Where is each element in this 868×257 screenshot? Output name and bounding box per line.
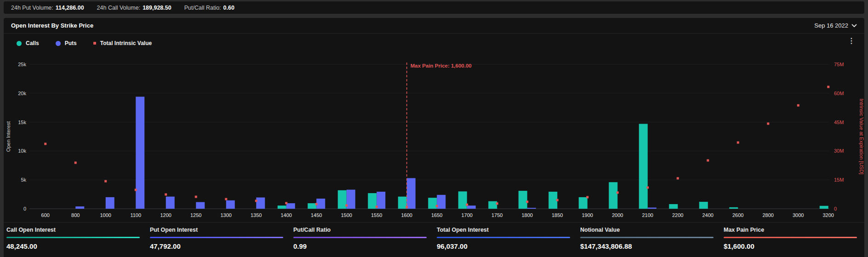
x-axis-tick: 1850 — [552, 212, 563, 218]
stat-label: Max Pain Price — [724, 227, 857, 233]
stat-underline — [293, 237, 427, 238]
x-axis-tick: 1700 — [462, 212, 473, 218]
stat-value: $147,343,806.88 — [580, 242, 714, 250]
legend-label: Puts — [65, 40, 77, 46]
left-axis-tick: 10k — [18, 148, 26, 154]
volume-stat-value: 0.60 — [223, 5, 234, 11]
stat-label: Total Open Interest — [437, 227, 570, 233]
right-axis-tick: 45M — [834, 120, 844, 125]
x-axis-tick: 1600 — [401, 212, 412, 218]
volume-stat-value: 114,286.00 — [56, 5, 84, 11]
x-axis-tick: 2600 — [732, 212, 743, 218]
volume-stat-24h-call-volume-: 24h Call Volume:189,928.50 — [97, 5, 171, 11]
left-axis-tick: 25k — [18, 62, 26, 67]
x-axis-tick: 1250 — [190, 212, 201, 218]
stat-notional-value: Notional Value$147,343,806.88 — [577, 223, 721, 250]
x-axis-tick: 800 — [71, 212, 80, 218]
x-axis-tick: 1400 — [281, 212, 292, 218]
oi-chart-svg: 05k10k15k20k25k015M30M45M60M75MOpen Inte… — [4, 48, 864, 222]
x-axis-tick: 1750 — [491, 212, 503, 218]
stat-value: 96,037.00 — [437, 242, 570, 250]
stat-label: Call Open Interest — [6, 227, 140, 233]
x-axis-tick: 1500 — [341, 212, 352, 218]
x-axis-tick: 1650 — [431, 212, 442, 218]
expiry-date-selector[interactable]: Sep 16 2022 — [814, 22, 857, 29]
volume-stat-label: 24h Call Volume: — [97, 5, 141, 11]
left-axis-tick: 20k — [18, 91, 26, 96]
right-axis-tick: 60M — [834, 91, 844, 96]
right-axis-tick: 30M — [834, 148, 844, 154]
right-axis-tick: 75M — [834, 62, 844, 67]
x-axis-tick: 600 — [41, 212, 50, 218]
stat-value: $1,600.00 — [724, 242, 857, 250]
left-axis-tick: 5k — [21, 177, 26, 183]
stats-row: Call Open Interest48,245.00Put Open Inte… — [4, 222, 864, 250]
stat-value: 0.99 — [293, 242, 427, 250]
right-axis-tick: 15M — [834, 177, 844, 183]
volume-stat-label: Put/Call Ratio: — [184, 5, 221, 11]
x-axis-tick: 1000 — [100, 212, 111, 218]
x-axis-tick: 1800 — [522, 212, 533, 218]
x-axis-tick: 1100 — [130, 212, 141, 218]
x-axis-tick: 1300 — [221, 212, 232, 218]
x-axis-tick: 1450 — [311, 212, 322, 218]
expiry-date-label: Sep 16 2022 — [814, 22, 848, 29]
stat-total-open-interest: Total Open Interest96,037.00 — [434, 223, 577, 250]
stat-underline — [437, 237, 570, 238]
stat-label: Notional Value — [580, 227, 714, 233]
stat-value: 48,245.00 — [6, 242, 140, 250]
oi-chart: 05k10k15k20k25k015M30M45M60M75MOpen Inte… — [4, 48, 864, 222]
left-axis-tick: 15k — [18, 120, 26, 125]
x-axis-tick: 3200 — [823, 212, 834, 218]
stat-label: Put/Call Ratio — [293, 227, 427, 233]
total-intrinsic-value-legend-marker-icon — [93, 42, 96, 45]
stat-put-open-interest: Put Open Interest47,792.00 — [147, 223, 291, 250]
left-axis-tick: 0 — [23, 206, 26, 211]
legend-item-calls[interactable]: Calls — [17, 40, 39, 46]
chevron-down-icon — [851, 24, 857, 28]
stat-underline — [6, 237, 140, 238]
x-axis-tick: 2200 — [672, 212, 683, 218]
x-axis-tick: 3000 — [793, 212, 804, 218]
stat-label: Put Open Interest — [150, 227, 283, 233]
stat-call-open-interest: Call Open Interest48,245.00 — [4, 223, 147, 250]
chart-plot-area[interactable] — [30, 64, 829, 209]
volume-stat-put-call-ratio-: Put/Call Ratio:0.60 — [184, 5, 234, 11]
volume-summary-bar: 24h Put Volume:114,286.0024h Call Volume… — [4, 1, 864, 14]
stat-underline — [724, 237, 857, 238]
x-axis-tick: 1550 — [371, 212, 382, 218]
volume-stat-value: 189,928.50 — [143, 5, 171, 11]
panel-header: Open Interest By Strike Price Sep 16 202… — [4, 18, 864, 34]
x-axis-tick: 1200 — [160, 212, 171, 218]
x-axis-tick: 2100 — [642, 212, 653, 218]
right-axis-title: Intrinsic Value at Expiration [USD] — [859, 99, 864, 175]
x-axis-tick: 2800 — [763, 212, 774, 218]
x-axis-tick: 2000 — [612, 212, 623, 218]
legend-item-total-intrinsic-value[interactable]: Total Intrinsic Value — [93, 40, 152, 46]
x-axis-tick: 2400 — [702, 212, 714, 218]
left-axis-title: Open Interest — [6, 121, 11, 152]
puts-legend-marker-icon — [56, 41, 61, 46]
legend-item-puts[interactable]: Puts — [56, 40, 77, 46]
x-axis-tick: 1900 — [582, 212, 593, 218]
stat-underline — [150, 237, 283, 238]
volume-stat-label: 24h Put Volume: — [11, 5, 53, 11]
calls-legend-marker-icon — [17, 41, 22, 46]
legend-label: Calls — [26, 40, 39, 46]
legend-label: Total Intrinsic Value — [100, 40, 152, 46]
open-interest-panel: Open Interest By Strike Price Sep 16 202… — [4, 18, 864, 257]
right-axis-tick: 0 — [834, 206, 837, 211]
chart-menu-icon[interactable]: ⋮ — [845, 36, 858, 46]
x-axis-tick: 1350 — [251, 212, 262, 218]
stat-max-pain-price: Max Pain Price$1,600.00 — [721, 223, 864, 250]
page-title: Open Interest By Strike Price — [11, 22, 93, 29]
volume-stat-24h-put-volume-: 24h Put Volume:114,286.00 — [11, 5, 84, 11]
stat-put-call-ratio: Put/Call Ratio0.99 — [291, 223, 434, 250]
chart-legend: CallsPutsTotal Intrinsic Value⋮ — [4, 34, 864, 48]
stat-value: 47,792.00 — [150, 242, 283, 250]
stat-underline — [580, 237, 714, 238]
